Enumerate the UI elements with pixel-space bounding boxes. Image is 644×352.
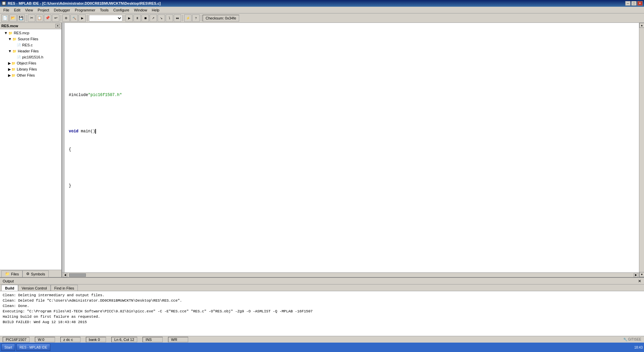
output-panel: Output ✕ Build Version Control Find in F… — [0, 277, 644, 336]
menu-programmer[interactable]: Programmer — [73, 7, 97, 13]
taskbar-apps: RES - MPLAB IDE — [15, 344, 634, 351]
h-scrollbar[interactable]: ◀ ▶ — [62, 272, 639, 277]
programmer-select[interactable] — [89, 15, 122, 21]
separator-4 — [124, 15, 124, 21]
prog3-button[interactable]: ⏹ — [142, 14, 149, 22]
panel-close-button[interactable]: ✕ — [55, 24, 60, 28]
menu-file[interactable]: File — [1, 7, 11, 13]
code-line-3 — [69, 74, 635, 80]
save-button[interactable]: 💾 — [17, 14, 25, 22]
build-tab[interactable]: Build — [1, 285, 18, 291]
taskbar-mplab[interactable]: RES - MPLAB IDE — [16, 344, 50, 351]
separator-1 — [26, 15, 26, 21]
menu-project[interactable]: Project — [36, 7, 51, 13]
minimize-button[interactable]: ─ — [625, 1, 631, 6]
files-tab-icon: 📁 — [5, 272, 10, 276]
code-line-5 — [69, 165, 635, 171]
extra2-button[interactable]: ? — [192, 14, 200, 22]
h-scroll-left[interactable]: ◀ — [63, 273, 67, 277]
library-files-label: Library Files — [17, 67, 37, 71]
code-content[interactable]: #include"pic16f1507.h" void main() { } — [65, 23, 639, 272]
menu-window[interactable]: Window — [132, 7, 149, 13]
separator-3 — [87, 15, 88, 21]
vscroll-track — [639, 28, 644, 272]
title-bar: 🔲 RES - MPLAB IDE - [C:\Users\Administra… — [0, 0, 644, 7]
tree-pic16f1516[interactable]: 📄 pic16f1516.h — [0, 54, 61, 60]
library-folder-icon: 📁 — [11, 67, 16, 72]
menu-tools[interactable]: Tools — [98, 7, 111, 13]
separator-6 — [201, 15, 201, 21]
menu-bar: File Edit View Project Debugger Programm… — [0, 7, 644, 13]
prog6-button[interactable]: ⤵ — [166, 14, 173, 22]
undo-button[interactable]: ↩ — [52, 14, 59, 22]
vscroll-up[interactable]: ▲ — [639, 23, 644, 28]
code-line-4 — [69, 110, 635, 116]
h-scroll-thumb[interactable] — [69, 273, 86, 277]
status-wr: WR — [168, 337, 188, 342]
output-line-2: Clean: Deleted file "C:\Users\Administra… — [3, 298, 641, 303]
library-expand-icon: ▶ — [8, 67, 11, 72]
prog5-button[interactable]: ↘ — [158, 14, 165, 22]
vscroll-down[interactable]: ▼ — [639, 272, 644, 277]
menu-view[interactable]: View — [23, 7, 35, 13]
other-folder-icon: 📁 — [11, 73, 16, 78]
build1-button[interactable]: ⚙ — [62, 14, 70, 22]
close-button[interactable]: ✕ — [637, 1, 643, 6]
maximize-button[interactable]: □ — [631, 1, 637, 6]
clock: 18:43 — [634, 346, 643, 349]
symbols-tab[interactable]: ⚙ Symbols — [22, 270, 49, 277]
prog7-button[interactable]: ⏭ — [174, 14, 181, 22]
extra1-button[interactable]: ⚡ — [184, 14, 192, 22]
header-expand-icon: ▼ — [8, 49, 12, 53]
panel-header: RES.mcw ✕ — [0, 23, 61, 29]
tree-object-files[interactable]: ▶ 📁 Object Files — [0, 60, 61, 66]
separator-2 — [61, 15, 61, 21]
panel-tabs: 📁 Files ⚙ Symbols — [0, 270, 61, 277]
open-button[interactable]: 📂 — [9, 14, 17, 22]
root-folder-icon: 📁 — [8, 30, 13, 36]
prog1-button[interactable]: ▶ — [125, 14, 133, 22]
tree-source-files[interactable]: ▼ 📁 Source Files — [0, 36, 61, 42]
code-line-main: void main() — [69, 128, 635, 134]
output-header: Output ✕ — [0, 278, 644, 284]
new-button[interactable]: 📄 — [1, 14, 9, 22]
prog4-button[interactable]: ↗ — [150, 14, 157, 22]
code-line-2 — [69, 56, 635, 62]
tree-root[interactable]: ▼ 📁 RES.mcp — [0, 30, 61, 36]
output-close-button[interactable]: ✕ — [638, 279, 641, 283]
prog2-button[interactable]: ⏸ — [133, 14, 141, 22]
tree-library-files[interactable]: ▶ 📁 Library Files — [0, 66, 61, 72]
tree-header-files[interactable]: ▼ 📁 Header Files — [0, 48, 61, 54]
symbols-tab-label: Symbols — [31, 272, 45, 276]
files-tab[interactable]: 📁 Files — [1, 270, 22, 277]
cut-button[interactable]: ✂ — [28, 14, 35, 22]
start-button[interactable]: Start — [1, 344, 15, 351]
toolbar: 📄 📂 💾 ✂ 📋 📌 ↩ ⚙ 🔨 ▶ ▶ ⏸ ⏹ ↗ ↘ ⤵ ⏭ ⚡ ? Ch… — [0, 13, 644, 23]
status-ins: INS — [143, 337, 163, 342]
menu-debugger[interactable]: Debugger — [52, 7, 72, 13]
output-content: Clean: Deleting intermediary and output … — [0, 291, 644, 336]
menu-edit[interactable]: Edit — [12, 7, 22, 13]
menu-help[interactable]: Help — [150, 7, 162, 13]
pic16-label: pic16f1516.h — [22, 55, 43, 59]
pic16-file-icon: 📄 — [16, 54, 21, 60]
status-position: Ln 6, Col 12 — [111, 337, 137, 342]
panel-title: RES.mcw — [1, 24, 18, 28]
status-info: z dc c — [60, 337, 80, 342]
menu-configure[interactable]: Configure — [111, 7, 131, 13]
status-logo: 🔧 GITISEE — [623, 338, 641, 341]
tree-res-c[interactable]: 📄 RES.c — [0, 42, 61, 48]
build3-button[interactable]: ▶ — [78, 14, 86, 22]
find-in-files-tab[interactable]: Find in Files — [51, 285, 78, 291]
output-line-4: Executing: "C:\Program Files\HI-TECH Sof… — [3, 309, 641, 314]
left-gutter — [62, 23, 65, 272]
code-editor[interactable]: #include"pic16f1507.h" void main() { } ◀… — [62, 23, 639, 277]
h-scroll-right[interactable]: ▶ — [634, 273, 638, 277]
copy-button[interactable]: 📋 — [36, 14, 43, 22]
files-tab-label: Files — [11, 272, 19, 276]
paste-button[interactable]: 📌 — [44, 14, 51, 22]
build2-button[interactable]: 🔨 — [70, 14, 78, 22]
version-control-tab[interactable]: Version Control — [18, 285, 51, 291]
build-tab-label: Build — [5, 286, 14, 290]
tree-other-files[interactable]: ▶ 📁 Other Files — [0, 72, 61, 78]
